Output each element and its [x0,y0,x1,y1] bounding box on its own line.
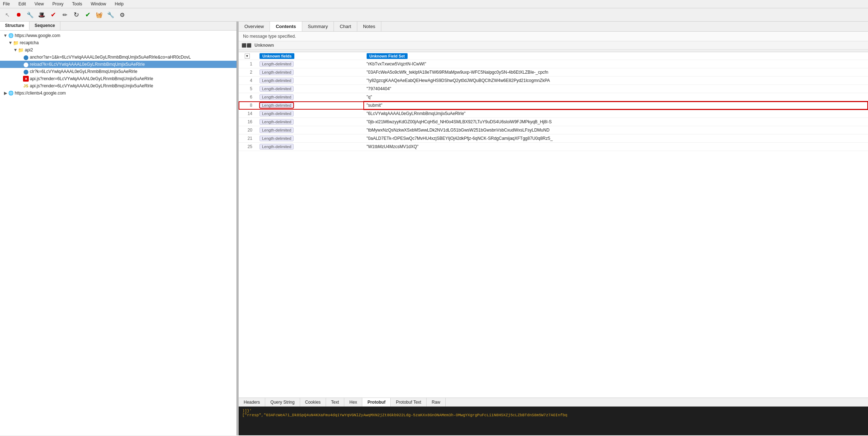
table-row[interactable]: 1Length-delimited"rKbTvxTxwcw5VqzrtN-ICw… [239,60,868,68]
tree-node-clr[interactable]: ▶ ⬤ clr?k=6LcVYwlqAAAAL0eGyLRnmbBmqUmjix… [0,68,236,75]
tab-contents[interactable]: Contents [270,22,302,31]
node-clr-text: clr?k=6LcVYwlqAAAAL0eGyLRnmbBmqUmjix5uAe… [30,69,137,74]
type-badge: Length-delimited [260,94,294,100]
cell-type: Length-delimited [257,134,364,143]
node-reload-text: reload?k=6LcVYwlqAAAAL0eGyLRnmbBmqUmjix5… [30,62,145,67]
file-icon-anchor: ⬤ [23,54,29,60]
type-badge: Length-delimited [260,61,294,67]
cell-num: 4 [239,77,257,85]
cell-value: "rKbTvxTxwcw5VqzrtN-ICwWt" [364,60,868,68]
cell-type: Length-delimited [257,126,364,134]
tab-chart[interactable]: Chart [334,22,357,31]
tab-hex[interactable]: Hex [344,398,362,407]
table-row[interactable]: 8Length-delimited"submit" [239,101,868,110]
bottom-content[interactable]: )]}' ["rresp","03AFcWeA7i_Dk8SpQ4uN4KXaF… [239,407,868,435]
toolbar: ↖ ⏺ 🔧 🎩 ✔ ✏ ↻ ✔ 🧺 🔧 ⚙ [0,8,868,22]
table-row[interactable]: 16Length-delimited"0jb-xl21M6wzyyKdGZ00j… [239,118,868,126]
group-field-set-label: Unknown Field Set [367,53,408,59]
menu-help[interactable]: Help [113,1,125,7]
cell-num: 1 [239,60,257,68]
group-label: Unknown fields [260,53,294,59]
check-circle-icon[interactable]: ✔ [48,10,58,20]
tab-headers[interactable]: Headers [239,398,265,407]
tree-node-clients4[interactable]: ▶ 🌐 https://clients4.google.com [0,90,236,97]
tree-node-recaptcha[interactable]: ▼ 📁 recaptcha [0,39,236,46]
tab-sequence[interactable]: Sequence [29,22,60,30]
node-api2-text: api2 [25,47,33,52]
toggle-recaptcha[interactable]: ▼ [8,40,13,45]
type-badge: Length-delimited [260,102,294,108]
table-row[interactable]: 21Length-delimited"0aALD7ETk-rDPESwQc7Mv… [239,134,868,143]
proto-header: ⬛⬛ Unknown [239,41,868,50]
tab-notes[interactable]: Notes [357,22,381,31]
menu-window[interactable]: Window [89,1,108,7]
type-badge: Length-delimited [260,127,294,133]
right-panel: Overview Contents Summary Chart Notes No… [239,22,868,435]
tree-node-anchor[interactable]: ▶ ⬤ anchor?ar=1&k=6LcVYwlqAAAAL0eGyLRnmb… [0,54,236,61]
group-expand-cell[interactable]: ▼ [239,52,257,60]
tab-raw[interactable]: Raw [427,398,446,407]
node-apijs-error-text: api.js?render=6LcVYwlqAAAAL0eGyLRnmbBmqU… [30,76,153,81]
tab-protobuf[interactable]: Protobuf [362,398,391,407]
tab-text[interactable]: Text [326,398,344,407]
tab-summary[interactable]: Summary [302,22,334,31]
type-badge: Length-delimited [260,86,294,92]
tree-node-api2[interactable]: ▼ 📁 api2 [0,46,236,54]
no-message-bar: No message type specified. [239,32,868,41]
menu-proxy[interactable]: Proxy [51,1,65,7]
tree-node-reload[interactable]: ▶ ⬤ reload?k=6LcVYwlqAAAAL0eGyLRnmbBmqUm… [0,61,236,68]
table-row[interactable]: 5Length-delimited"797404404" [239,85,868,93]
table-row[interactable]: 2Length-delimited"03AFcWeA5o9cWfk_teklpf… [239,68,868,77]
folder-icon-recaptcha: 📁 [13,40,19,46]
bottom-content-line: ["rresp","03AFcWeA7i_Dk8SpQ4uN4KXaFmu4dq… [242,413,864,417]
hat-icon[interactable]: 🎩 [37,10,47,20]
table-row[interactable]: 14Length-delimited"6LcVYwlqAAAAL0eGyLRnm… [239,110,868,118]
pen-icon[interactable]: ✏ [60,10,70,20]
refresh-icon[interactable]: ↻ [71,10,81,20]
proto-group-row[interactable]: ▼ Unknown fields Unknown Field Set [239,52,868,60]
table-row[interactable]: 25Length-delimited"W1tbMzU4MzcsMV1dXQ" [239,143,868,151]
toggle-google[interactable]: ▼ [3,33,8,38]
tree-node-google[interactable]: ▼ 🌐 https://www.google.com [0,32,236,39]
tab-querystring[interactable]: Query String [265,398,300,407]
tab-overview[interactable]: Overview [239,22,270,31]
right-content: No message type specified. ⬛⬛ Unknown [239,32,868,435]
folder-icon-api2: 📁 [18,47,24,53]
cell-value: "!y82gzcgKAAQeAeEabQEHewAgHS9DShwQ2yt0dJ… [364,77,868,85]
cell-num: 2 [239,68,257,77]
table-row[interactable]: 20Length-delimited"tbMywxNzQsNzkwXSxbMSw… [239,126,868,134]
menu-tools[interactable]: Tools [71,1,84,7]
wrench-icon[interactable]: 🔧 [106,10,116,20]
intercept-icon[interactable]: 🔧 [25,10,35,20]
record-icon[interactable]: ⏺ [14,10,24,20]
table-row[interactable]: 6Length-delimited"q" [239,93,868,101]
tab-structure[interactable]: Structure [0,22,29,30]
file-icon-clr: ⬤ [23,69,29,74]
tree-node-apijs[interactable]: ▶ JS api.js?render=6LcVYwlqAAAAL0eGyLRnm… [0,82,236,90]
type-badge: Length-delimited [260,78,294,83]
cell-num: 8 [239,101,257,110]
basket-icon[interactable]: 🧺 [94,10,104,20]
arrow-icon[interactable]: ↖ [2,10,12,20]
menu-edit[interactable]: Edit [17,1,27,7]
menu-view[interactable]: View [33,1,45,7]
toggle-api2[interactable]: ▼ [13,47,18,52]
tree-area: ▼ 🌐 https://www.google.com ▼ 📁 recaptcha… [0,31,236,435]
node-anchor-text: anchor?ar=1&k=6LcVYwlqAAAAL0eGyLRnmbBmqU… [30,55,191,60]
error-icon-apijs: ✕ [23,76,29,82]
tree-node-apijs-error[interactable]: ▶ ✕ api.js?render=6LcVYwlqAAAAL0eGyLRnmb… [0,75,236,82]
tab-cookies[interactable]: Cookies [300,398,326,407]
cell-value: "submit" [364,101,868,110]
tab-protobuf-text[interactable]: Protobuf Text [391,398,427,407]
table-row[interactable]: 4Length-delimited"!y82gzcgKAAQeAeEabQEHe… [239,77,868,85]
gear-icon[interactable]: ⚙ [117,10,127,20]
file-icon-reload: ⬤ [23,61,29,67]
main-layout: Structure Sequence ▼ 🌐 https://www.googl… [0,22,868,435]
cell-type: Length-delimited [257,85,364,93]
proto-header-label: Unknown [254,43,274,48]
checkmark-icon[interactable]: ✔ [83,10,93,20]
menu-file[interactable]: File [1,1,11,7]
expand-icon[interactable]: ▼ [245,54,250,59]
node-recaptcha-text: recaptcha [20,40,39,45]
toggle-clients4[interactable]: ▶ [3,91,8,96]
